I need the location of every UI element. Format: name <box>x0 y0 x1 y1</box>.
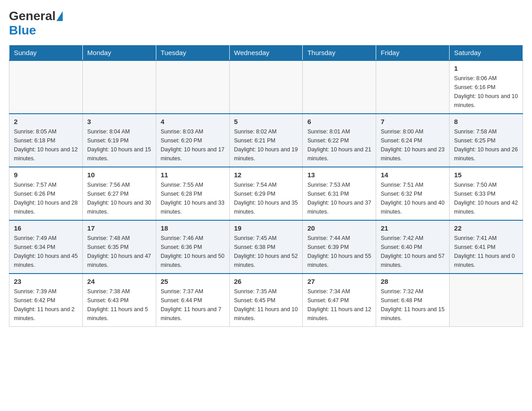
calendar-week-row-2: 2Sunrise: 8:05 AMSunset: 6:18 PMDaylight… <box>9 114 523 167</box>
day-number: 25 <box>161 278 225 285</box>
calendar-header-saturday: Saturday <box>450 45 523 61</box>
calendar-cell: 10Sunrise: 7:56 AMSunset: 6:27 PMDayligh… <box>82 167 156 220</box>
day-info: Sunrise: 8:02 AMSunset: 6:21 PMDaylight:… <box>234 127 298 163</box>
day-number: 8 <box>454 118 518 125</box>
calendar-cell: 24Sunrise: 7:38 AMSunset: 6:43 PMDayligh… <box>82 274 156 327</box>
day-info: Sunrise: 7:54 AMSunset: 6:29 PMDaylight:… <box>234 180 298 216</box>
calendar-cell: 4Sunrise: 8:03 AMSunset: 6:20 PMDaylight… <box>156 114 229 167</box>
day-info: Sunrise: 8:04 AMSunset: 6:19 PMDaylight:… <box>87 127 151 163</box>
logo-general-text: General <box>9 9 56 23</box>
day-number: 27 <box>307 278 371 285</box>
calendar-cell: 17Sunrise: 7:48 AMSunset: 6:35 PMDayligh… <box>82 220 156 274</box>
calendar-cell: 18Sunrise: 7:46 AMSunset: 6:36 PMDayligh… <box>156 220 229 274</box>
day-number: 2 <box>14 118 78 125</box>
day-number: 23 <box>14 278 78 285</box>
page-header: General Blue <box>9 9 523 38</box>
calendar-cell <box>376 60 450 114</box>
day-info: Sunrise: 7:50 AMSunset: 6:33 PMDaylight:… <box>454 180 518 216</box>
calendar-week-row-5: 23Sunrise: 7:39 AMSunset: 6:42 PMDayligh… <box>9 274 523 327</box>
calendar-cell: 5Sunrise: 8:02 AMSunset: 6:21 PMDaylight… <box>229 114 303 167</box>
calendar-week-row-3: 9Sunrise: 7:57 AMSunset: 6:26 PMDaylight… <box>9 167 523 220</box>
logo: General Blue <box>9 9 64 38</box>
day-number: 13 <box>307 171 371 179</box>
day-number: 11 <box>161 171 225 179</box>
day-info: Sunrise: 7:32 AMSunset: 6:48 PMDaylight:… <box>381 287 445 323</box>
calendar-cell: 14Sunrise: 7:51 AMSunset: 6:32 PMDayligh… <box>376 167 450 220</box>
day-info: Sunrise: 7:44 AMSunset: 6:39 PMDaylight:… <box>307 234 371 270</box>
day-number: 20 <box>307 224 371 232</box>
calendar-cell: 21Sunrise: 7:42 AMSunset: 6:40 PMDayligh… <box>376 220 450 274</box>
day-number: 5 <box>234 118 298 125</box>
calendar-header-thursday: Thursday <box>303 45 376 61</box>
calendar-cell <box>82 60 156 114</box>
calendar-cell <box>9 60 83 114</box>
day-number: 21 <box>381 224 445 232</box>
calendar-cell: 15Sunrise: 7:50 AMSunset: 6:33 PMDayligh… <box>450 167 523 220</box>
day-info: Sunrise: 7:45 AMSunset: 6:38 PMDaylight:… <box>234 234 298 270</box>
day-number: 12 <box>234 171 298 179</box>
calendar-week-row-4: 16Sunrise: 7:49 AMSunset: 6:34 PMDayligh… <box>9 220 523 274</box>
day-number: 22 <box>454 224 518 232</box>
day-number: 26 <box>234 278 298 285</box>
calendar-cell: 16Sunrise: 7:49 AMSunset: 6:34 PMDayligh… <box>9 220 83 274</box>
calendar-cell: 6Sunrise: 8:01 AMSunset: 6:22 PMDaylight… <box>303 114 376 167</box>
day-info: Sunrise: 7:35 AMSunset: 6:45 PMDaylight:… <box>234 287 298 323</box>
day-info: Sunrise: 8:05 AMSunset: 6:18 PMDaylight:… <box>14 127 78 163</box>
day-number: 9 <box>14 171 78 179</box>
day-info: Sunrise: 7:53 AMSunset: 6:31 PMDaylight:… <box>307 180 371 216</box>
day-number: 24 <box>87 278 151 285</box>
calendar-cell <box>303 60 376 114</box>
calendar-header-sunday: Sunday <box>9 45 83 61</box>
calendar-cell: 3Sunrise: 8:04 AMSunset: 6:19 PMDaylight… <box>82 114 156 167</box>
day-number: 10 <box>87 171 151 179</box>
day-info: Sunrise: 7:42 AMSunset: 6:40 PMDaylight:… <box>381 234 445 270</box>
day-number: 15 <box>454 171 518 179</box>
calendar-cell: 23Sunrise: 7:39 AMSunset: 6:42 PMDayligh… <box>9 274 83 327</box>
calendar-table: SundayMondayTuesdayWednesdayThursdayFrid… <box>9 45 523 327</box>
day-number: 18 <box>161 224 225 232</box>
day-number: 7 <box>381 118 445 125</box>
calendar-cell: 1Sunrise: 8:06 AMSunset: 6:16 PMDaylight… <box>450 60 523 114</box>
day-info: Sunrise: 8:00 AMSunset: 6:24 PMDaylight:… <box>381 127 445 163</box>
calendar-cell <box>450 274 523 327</box>
calendar-cell: 7Sunrise: 8:00 AMSunset: 6:24 PMDaylight… <box>376 114 450 167</box>
day-info: Sunrise: 7:57 AMSunset: 6:26 PMDaylight:… <box>14 180 78 216</box>
calendar-header-row: SundayMondayTuesdayWednesdayThursdayFrid… <box>9 45 523 61</box>
day-info: Sunrise: 7:39 AMSunset: 6:42 PMDaylight:… <box>14 287 78 323</box>
logo-blue-text: Blue <box>9 23 36 38</box>
day-info: Sunrise: 8:03 AMSunset: 6:20 PMDaylight:… <box>161 127 225 163</box>
day-number: 14 <box>381 171 445 179</box>
day-info: Sunrise: 7:51 AMSunset: 6:32 PMDaylight:… <box>381 180 445 216</box>
day-info: Sunrise: 8:06 AMSunset: 6:16 PMDaylight:… <box>454 74 518 110</box>
calendar-header-monday: Monday <box>82 45 156 61</box>
day-number: 6 <box>307 118 371 125</box>
day-info: Sunrise: 7:56 AMSunset: 6:27 PMDaylight:… <box>87 180 151 216</box>
day-info: Sunrise: 7:37 AMSunset: 6:44 PMDaylight:… <box>161 287 225 323</box>
day-number: 17 <box>87 224 151 232</box>
day-number: 1 <box>454 64 518 72</box>
day-info: Sunrise: 7:55 AMSunset: 6:28 PMDaylight:… <box>161 180 225 216</box>
day-info: Sunrise: 7:58 AMSunset: 6:25 PMDaylight:… <box>454 127 518 163</box>
day-info: Sunrise: 7:38 AMSunset: 6:43 PMDaylight:… <box>87 287 151 323</box>
calendar-cell: 9Sunrise: 7:57 AMSunset: 6:26 PMDaylight… <box>9 167 83 220</box>
calendar-cell: 28Sunrise: 7:32 AMSunset: 6:48 PMDayligh… <box>376 274 450 327</box>
day-info: Sunrise: 7:48 AMSunset: 6:35 PMDaylight:… <box>87 234 151 270</box>
calendar-cell: 27Sunrise: 7:34 AMSunset: 6:47 PMDayligh… <box>303 274 376 327</box>
day-number: 28 <box>381 278 445 285</box>
day-number: 3 <box>87 118 151 125</box>
calendar-week-row-1: 1Sunrise: 8:06 AMSunset: 6:16 PMDaylight… <box>9 60 523 114</box>
day-number: 19 <box>234 224 298 232</box>
calendar-cell <box>229 60 303 114</box>
logo-triangle-icon <box>56 11 63 21</box>
day-number: 16 <box>14 224 78 232</box>
calendar-cell: 26Sunrise: 7:35 AMSunset: 6:45 PMDayligh… <box>229 274 303 327</box>
calendar-cell: 8Sunrise: 7:58 AMSunset: 6:25 PMDaylight… <box>450 114 523 167</box>
calendar-cell: 19Sunrise: 7:45 AMSunset: 6:38 PMDayligh… <box>229 220 303 274</box>
calendar-header-tuesday: Tuesday <box>156 45 229 61</box>
calendar-cell: 11Sunrise: 7:55 AMSunset: 6:28 PMDayligh… <box>156 167 229 220</box>
calendar-cell: 22Sunrise: 7:41 AMSunset: 6:41 PMDayligh… <box>450 220 523 274</box>
calendar-cell: 13Sunrise: 7:53 AMSunset: 6:31 PMDayligh… <box>303 167 376 220</box>
day-info: Sunrise: 7:34 AMSunset: 6:47 PMDaylight:… <box>307 287 371 323</box>
calendar-cell <box>156 60 229 114</box>
calendar-cell: 25Sunrise: 7:37 AMSunset: 6:44 PMDayligh… <box>156 274 229 327</box>
